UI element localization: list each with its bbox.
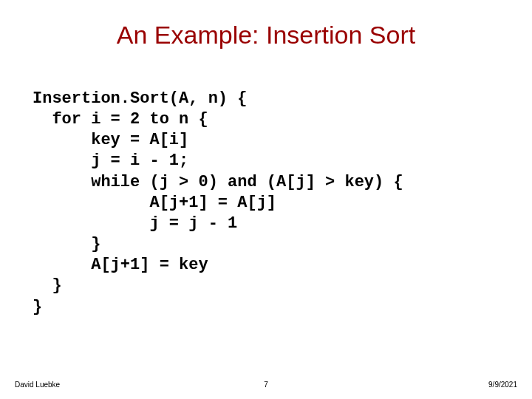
footer-page-number: 7 <box>0 381 532 389</box>
code-line: A[j+1] = A[j] <box>33 194 276 212</box>
footer-date: 9/9/2021 <box>488 381 517 389</box>
code-line: while (j > 0) and (A[j] > key) { <box>33 173 403 191</box>
code-line: A[j+1] = key <box>33 256 208 274</box>
slide-title: An Example: Insertion Sort <box>0 0 532 50</box>
code-line: for i = 2 to n { <box>33 110 208 129</box>
code-block: Insertion.Sort(A, n) { for i = 2 to n { … <box>33 89 517 318</box>
code-line: j = j - 1 <box>33 214 237 233</box>
code-line: key = A[i] <box>33 131 188 149</box>
code-line: } <box>33 235 100 253</box>
code-line: Insertion.Sort(A, n) { <box>33 89 247 108</box>
slide: An Example: Insertion Sort Insertion.Sor… <box>0 0 532 399</box>
code-line: j = i - 1; <box>33 151 188 170</box>
code-line: } <box>33 298 42 316</box>
code-line: } <box>33 276 62 295</box>
